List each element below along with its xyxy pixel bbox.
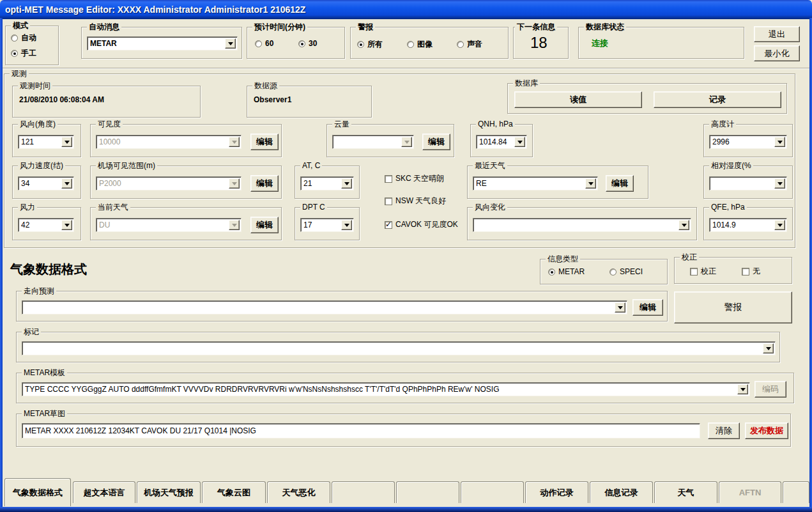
tab-message-log[interactable]: 信息记录	[590, 481, 653, 503]
chevron-down-icon	[229, 137, 240, 147]
nsw-label: NSW 天气良好	[395, 196, 446, 206]
wind-variation-select[interactable]	[473, 218, 691, 232]
chevron-down-icon[interactable]	[61, 178, 72, 189]
title-bar: opti-MET Message Editor: XXXX Administra…	[0, 0, 812, 19]
window-border-right	[809, 18, 812, 512]
at-select[interactable]: 21	[300, 176, 354, 190]
rvr-edit-button[interactable]: 编辑	[250, 175, 279, 192]
altimeter-value: 2996	[712, 137, 774, 147]
chevron-down-icon[interactable]	[341, 178, 352, 189]
alarm-all-radio[interactable]: 所有	[357, 39, 383, 50]
minimize-button[interactable]: 最小化	[754, 45, 800, 61]
clear-button[interactable]: 清除	[708, 423, 740, 439]
at-group: AT, C 21	[295, 166, 360, 199]
tab-html[interactable]: 超文本语言	[73, 481, 135, 503]
chevron-down-icon[interactable]	[763, 343, 774, 353]
cloud-group: 云量 编辑	[326, 124, 454, 157]
metar-draft-input[interactable]: METAR XXXX 210612Z 12034KT CAVOK DU 21/1…	[22, 423, 700, 438]
remark-select[interactable]	[22, 341, 776, 355]
auto-message-group: 自动消息 METAR	[81, 27, 242, 59]
visibility-edit-button[interactable]: 编辑	[250, 134, 279, 150]
humidity-label: 相对湿度(%	[709, 161, 753, 170]
cloud-label: 云量	[332, 120, 351, 128]
qnh-group: QNH, hPa 1014.84	[470, 124, 533, 157]
wind-force-label: 风力	[18, 203, 37, 212]
alarm-button[interactable]: 警报	[674, 291, 792, 323]
mode-auto-radio[interactable]: 自动	[11, 33, 36, 43]
tab-satellite[interactable]: 气象云图	[202, 481, 266, 503]
mode-auto-label: 自动	[21, 33, 36, 43]
wind-direction-label: 风向(角度)	[18, 120, 57, 128]
nsw-checkbox[interactable]: NSW 天气良好	[385, 196, 446, 206]
chevron-down-icon[interactable]	[585, 178, 596, 189]
tab-taf[interactable]: 机场天气预报	[137, 481, 201, 503]
cavok-checkbox[interactable]: CAVOK 可见度OK	[385, 219, 458, 230]
speci-radio[interactable]: SPECI	[609, 267, 643, 276]
chevron-down-icon[interactable]	[774, 137, 785, 147]
eta-30-radio[interactable]: 30	[298, 39, 317, 48]
qfe-select[interactable]: 1014.9	[709, 218, 787, 232]
remark-label: 标记	[22, 327, 41, 336]
qnh-select[interactable]: 1014.84	[476, 135, 527, 149]
eta-60-label: 60	[265, 39, 273, 48]
eta-60-radio[interactable]: 60	[255, 39, 273, 48]
tab-action-log[interactable]: 动作记录	[525, 481, 588, 503]
publish-button[interactable]: 发布数据	[745, 423, 788, 439]
dpt-group: DPT C 17	[295, 207, 360, 240]
chevron-down-icon[interactable]	[514, 137, 525, 147]
tab-metar-format[interactable]: 气象数据格式	[4, 478, 71, 506]
chevron-down-icon	[229, 178, 240, 189]
trend-edit-button[interactable]: 编辑	[632, 299, 663, 316]
wind-speed-select[interactable]: 34	[18, 176, 74, 190]
chevron-down-icon[interactable]	[225, 38, 236, 49]
auto-message-value: METAR	[90, 38, 224, 49]
dpt-select[interactable]: 17	[300, 218, 354, 232]
cloud-edit-button[interactable]: 编辑	[422, 134, 450, 150]
qnh-value: 1014.84	[479, 137, 514, 147]
chevron-down-icon[interactable]	[341, 220, 352, 230]
read-value-button[interactable]: 读值	[514, 91, 642, 108]
rvr-value: P2000	[99, 178, 228, 189]
tab-empty-2[interactable]	[396, 481, 459, 503]
at-label: AT, C	[300, 161, 322, 170]
present-weather-edit-button[interactable]: 编辑	[250, 217, 279, 233]
chevron-down-icon[interactable]	[615, 302, 625, 313]
db-status-group: 数据库状态 连接	[578, 27, 744, 59]
auto-message-select[interactable]: METAR	[87, 36, 238, 50]
alarm-sound-radio[interactable]: 声音	[457, 39, 482, 50]
wind-force-value: 42	[21, 220, 61, 230]
skc-checkbox[interactable]: SKC 天空晴朗	[385, 173, 444, 184]
present-weather-label: 当前天气	[96, 203, 130, 212]
chevron-down-icon[interactable]	[737, 384, 748, 394]
chevron-down-icon[interactable]	[774, 220, 785, 230]
humidity-select[interactable]	[709, 176, 787, 190]
tab-empty-3[interactable]	[461, 481, 524, 503]
alarm-image-radio[interactable]: 图像	[407, 39, 433, 50]
wind-force-select[interactable]: 42	[18, 218, 74, 232]
chevron-down-icon[interactable]	[61, 137, 72, 147]
chevron-down-icon[interactable]	[774, 178, 785, 189]
altimeter-select[interactable]: 2996	[709, 135, 787, 149]
wind-speed-label: 风力速度(结)	[18, 161, 65, 170]
recent-weather-edit-button[interactable]: 编辑	[606, 175, 634, 192]
radio-icon	[255, 40, 262, 47]
tab-empty-1[interactable]	[332, 481, 395, 503]
tab-empty-4[interactable]	[783, 481, 809, 503]
tab-weather-deterioration[interactable]: 天气恶化	[267, 481, 330, 503]
nil-checkbox[interactable]: 无	[742, 266, 760, 277]
chevron-down-icon[interactable]	[678, 220, 689, 230]
metar-template-select[interactable]: TYPE CCCC YYGGggZ AUTO dddffGfmfmKT VVVV…	[22, 382, 750, 396]
next-message-label: 下一条信息	[515, 22, 557, 31]
wind-direction-select[interactable]: 121	[18, 135, 74, 149]
record-button[interactable]: 记录	[654, 91, 781, 108]
exit-button[interactable]: 退出	[754, 26, 800, 42]
radio-checked-icon	[357, 41, 364, 48]
dpt-label: DPT C	[300, 203, 327, 212]
recent-weather-select[interactable]: RE	[473, 176, 598, 190]
trend-select[interactable]	[22, 300, 627, 314]
correction-checkbox[interactable]: 校正	[690, 266, 716, 277]
metar-radio[interactable]: METAR	[548, 267, 585, 276]
mode-manual-radio[interactable]: 手工	[11, 48, 36, 59]
chevron-down-icon[interactable]	[61, 220, 72, 230]
tab-weather[interactable]: 天气	[654, 481, 717, 503]
